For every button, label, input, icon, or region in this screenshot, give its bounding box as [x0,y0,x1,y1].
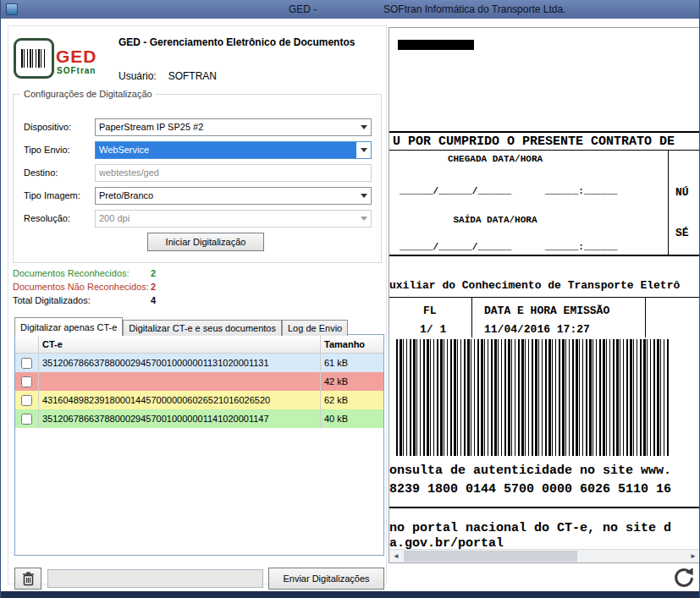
scroll-right-icon: ► [690,552,697,560]
total-value: 4 [151,295,156,305]
doc-portal-line: no portal nacional do CT-e, no site d [389,522,671,535]
destination-field[interactable]: webtestes/ged [95,164,372,182]
chevron-down-icon[interactable] [356,119,371,135]
horizontal-scrollbar[interactable]: ◄ ► [389,549,700,562]
doc-rule [389,255,700,256]
doc-blank-datetime: ______/______/______ ______:______ [400,187,617,196]
row-checkbox[interactable] [21,376,32,387]
total-count-line: Total Digitalizados: 4 [13,295,292,305]
group-title: Configurações de Digitalização [20,89,156,99]
checkbox-cell [15,391,39,409]
tab-digitalizar-apenas-cte[interactable]: Digitalizar apenas CT-e [14,317,123,336]
total-label: Total Digitalizados: [13,295,91,305]
doc-barcode-digits: 8239 1800 0144 5700 0000 6026 5110 16 [389,483,671,496]
titlebar: GED - SOFtran Informática do Transporte … [1,0,699,19]
window-title-company: SOFtran Informática do Transporte Ltda. [383,3,565,15]
recognized-count-line: Documentos Reconhecidos: 2 [13,268,292,278]
row-checkbox[interactable] [21,358,32,369]
cte-number: 4316048982391800014457000000602652101602… [39,391,321,409]
device-select[interactable]: PaperStream IP SP25 #2 [95,118,372,136]
table-row[interactable]: 3512067866378800029457001000000113102000… [15,354,383,372]
doc-blank-datetime: ______/______/______ ______:______ [400,243,617,252]
device-label: Dispositivo: [24,122,71,132]
doc-portal-url: a.gov.br/portal [389,537,504,550]
image-type-select[interactable]: Preto/Branco [95,187,372,205]
device-value: PaperStream IP SP25 #2 [96,119,356,135]
document-preview: U POR CUMPRIDO O PRESENTE CONTRATO DE CH… [389,27,700,563]
page-title: GED - Gerenciamento Eletrônico de Docume… [119,36,381,48]
logo-text: GED [56,47,97,67]
doc-emissao-label: DATA E HORA EMISSÃO [484,305,609,316]
tabstrip: Digitalizar apenas CT-e Digitalizar CT-e… [14,317,348,336]
doc-rule [389,131,700,133]
table-header: CT-e Tamanho [15,335,383,354]
file-size: 61 kB [321,354,383,372]
chevron-down-icon [356,211,371,227]
checkbox-cell [15,409,39,428]
delete-button[interactable] [14,568,41,590]
doc-fl-value: 1/ 1 [420,324,446,335]
doc-rule [389,507,700,508]
cte-number [39,372,321,391]
not-recognized-count-line: Documentos Não Reconhecidos: 2 [13,282,292,292]
doc-rule [389,150,700,151]
barcode-logo-icon [21,49,47,68]
column-header-size[interactable]: Tamanho [321,335,383,353]
tab-digitalizar-cte-documentos[interactable]: Digitalizar CT-e e seus documentos [123,320,282,336]
checkbox-cell [15,372,39,391]
resolution-value: 200 dpi [96,211,356,227]
control-panel: GED SOFtran GED - Gerenciamento Eletrôni… [8,25,387,584]
user-line: Usuário:SOFTRAN [119,70,217,82]
scroll-right-button[interactable]: ► [686,550,700,562]
doc-rule [389,297,700,298]
recognized-label: Documentos Reconhecidos: [13,268,130,278]
start-scan-button[interactable]: Iniciar Digitalização [147,233,264,251]
send-type-label: Tipo Envio: [24,145,70,155]
app-window: GED - SOFtran Informática do Transporte … [0,0,700,598]
cte-table: CT-e Tamanho 351206786637880002945700100… [14,334,384,556]
user-label: Usuário: [119,70,157,82]
file-size: 62 kB [321,391,383,409]
table-row[interactable]: 3512067866378800029457001000000114102000… [15,409,383,428]
scroll-left-button[interactable]: ◄ [389,550,403,562]
image-type-value: Preto/Branco [96,188,356,204]
doc-rule [471,297,472,337]
trash-icon [22,572,35,586]
refresh-icon [671,565,697,590]
logo-subtext: SOFtran [57,66,96,75]
doc-consulta-line: onsulta de autenticidade no site www. [389,464,671,477]
scrollbar-thumb[interactable] [404,551,577,562]
row-checkbox[interactable] [21,395,32,406]
doc-emissao-value: 11/04/2016 17:27 [484,324,590,335]
chevron-down-icon[interactable] [356,142,371,158]
send-type-select[interactable]: WebService [95,141,372,159]
table-row[interactable]: 4316048982391800014457000000602652101602… [15,391,383,409]
table-row[interactable]: 42 kB [15,372,383,391]
tab-log-de-envio[interactable]: Log de Envio [282,320,348,336]
resolution-select[interactable]: 200 dpi [95,210,372,228]
upload-progressbar [47,569,263,588]
send-type-value: WebService [96,142,356,158]
scan-config-group: Configurações de Digitalização Dispositi… [13,94,382,263]
chevron-down-icon[interactable] [356,188,371,204]
doc-black-mark [398,40,474,50]
doc-fl-label: FL [423,305,437,316]
doc-saida-label: SAÍDA DATA/HORA [423,216,567,225]
send-scans-button[interactable]: Enviar Digitalizações [268,568,384,590]
column-header-cte[interactable]: CT-e [39,335,321,353]
refresh-button[interactable] [671,565,697,590]
checkbox-column-header [15,335,39,353]
image-type-label: Tipo Imagem: [24,190,80,200]
file-size: 42 kB [321,372,383,391]
not-recognized-label: Documentos Não Reconhecidos: [13,282,149,292]
row-checkbox[interactable] [21,414,32,425]
destination-label: Destino: [24,167,58,178]
cte-number: 3512067866378800029457001000000114102000… [39,409,321,428]
file-size: 40 kB [321,409,383,428]
window-bottom-border [1,591,699,598]
recognized-value: 2 [151,268,156,278]
doc-numero-partial: NÚ [675,187,689,198]
checkbox-cell [15,354,39,372]
app-icon [6,3,18,15]
doc-aux-line: uxiliar do Conhecimento de Transporte El… [389,280,680,291]
